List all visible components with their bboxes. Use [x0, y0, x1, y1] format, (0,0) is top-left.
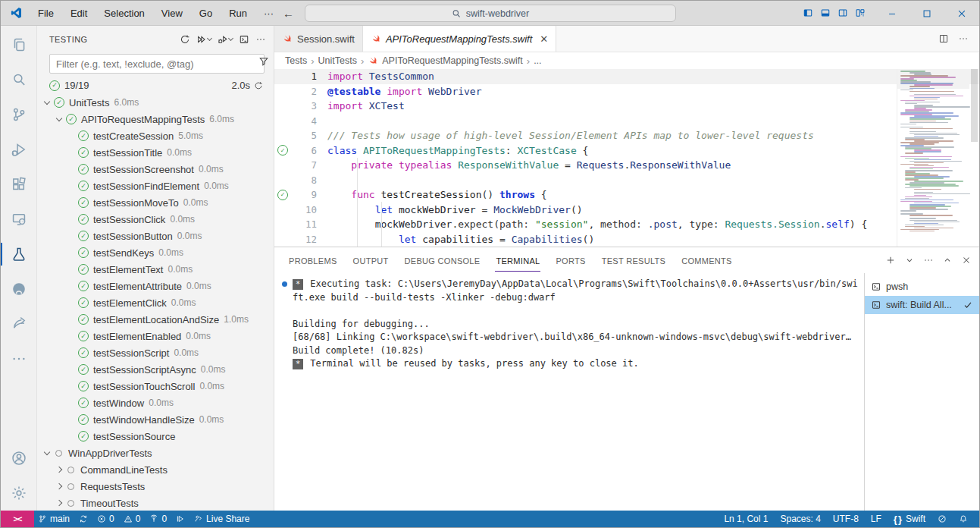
breadcrumb-item[interactable]: Tests [285, 55, 307, 66]
status-error[interactable]: 0 [93, 511, 118, 527]
menu-view[interactable]: View [155, 5, 189, 22]
test-tree-item[interactable]: ✓testElementClick0.0ms [37, 294, 274, 311]
test-tree-item[interactable]: ✓testSessionFindElement0.0ms [37, 178, 274, 194]
test-tree-item[interactable]: ✓UnitTests6.0ms [37, 94, 274, 111]
activity-search[interactable] [1, 62, 36, 97]
activity-testing[interactable] [1, 237, 36, 272]
menu-file[interactable]: File [31, 5, 61, 22]
terminal-list-item[interactable]: swift: Build All... [865, 296, 979, 314]
testing-terminal-view-button[interactable] [237, 33, 251, 46]
status-spaces--4[interactable]: Spaces: 4 [776, 511, 824, 527]
status-utf-8[interactable]: UTF-8 [829, 511, 863, 527]
status-broadcast[interactable]: 0 [146, 511, 171, 527]
panel-tab-problems[interactable]: PROBLEMS [288, 250, 338, 272]
chevron-down-icon[interactable] [904, 255, 915, 266]
tab-apitorequestmappingtests-swift[interactable]: APIToRequestMappingTests.swift✕ [363, 26, 556, 52]
code-line[interactable]: 7 private typealias ResponseWithValue = … [274, 158, 979, 173]
panel-close-icon[interactable] [961, 255, 972, 266]
plus-icon[interactable] [885, 255, 896, 266]
activity-more[interactable] [1, 341, 36, 376]
layout-sidebar-right-icon[interactable] [838, 8, 848, 18]
minimap[interactable] [897, 69, 969, 247]
status-braces[interactable]: {}Swift [890, 511, 929, 527]
panel-tab-test-results[interactable]: TEST RESULTS [601, 250, 667, 272]
breadcrumb-item[interactable]: APIToRequestMappingTests.swift [382, 55, 523, 66]
status-sync[interactable] [75, 511, 92, 527]
tab-close-icon[interactable]: ✕ [540, 33, 548, 45]
test-tree-item[interactable]: ✓testElementLocationAndSize1.0ms [37, 311, 274, 328]
rerun-icon[interactable] [254, 81, 263, 90]
menu-selection[interactable]: Selection [97, 5, 151, 22]
terminal-output[interactable]: * Executing task: C:\Users\JeremyDay\App… [274, 273, 864, 511]
breadcrumb-item[interactable]: ... [534, 55, 541, 66]
breadcrumb-item[interactable]: UnitTests [318, 55, 357, 66]
activity-account[interactable] [1, 441, 36, 476]
status-liveshare-status[interactable]: Live Share [190, 511, 253, 527]
code-line[interactable]: 12 let capabilities = Capabilities() [274, 232, 979, 247]
code-editor[interactable]: 1import TestsCommon2@testable import Web… [274, 69, 979, 247]
menu-[interactable]: ··· [257, 5, 280, 22]
activity-extensions[interactable] [1, 167, 36, 202]
activity-source-control[interactable] [1, 97, 36, 132]
status-branch[interactable]: main [34, 511, 74, 527]
test-tree-item[interactable]: ✓testWindow0.0ms [37, 394, 274, 411]
panel-tab-output[interactable]: OUTPUT [352, 250, 390, 272]
code-line[interactable]: 10 let mockWebDriver = MockWebDriver() [274, 203, 979, 218]
test-tree-item[interactable]: ✓testElementAttribute0.0ms [37, 278, 274, 294]
code-line[interactable]: 8 [274, 173, 979, 188]
code-line[interactable]: ✓6class APIToRequestMappingTests: XCTest… [274, 143, 979, 159]
command-decoration-dot[interactable] [282, 281, 287, 287]
code-line[interactable]: ✓9 func testCreateSession() throws { [274, 187, 979, 203]
filter-icon[interactable] [258, 56, 269, 67]
test-tree-item[interactable]: CommandLineTests [37, 461, 274, 478]
test-tree-item[interactable]: ✓testSessionScreenshot0.0ms [37, 161, 274, 178]
testing-debug-run-button[interactable] [216, 33, 234, 46]
code-line[interactable]: 3import XCTest [274, 99, 979, 114]
activity-github[interactable] [1, 272, 36, 306]
activity-remote-explorer[interactable] [1, 202, 36, 237]
test-tree-item[interactable]: ✓APIToRequestMappingTests6.0ms [37, 111, 274, 127]
test-tree-item[interactable]: ✓testElementEnabled0.0ms [37, 328, 274, 344]
code-line[interactable]: 4 [274, 114, 979, 129]
panel-tab-debug-console[interactable]: DEBUG CONSOLE [404, 250, 481, 272]
menu-edit[interactable]: Edit [64, 5, 94, 22]
chevron-up-icon[interactable] [942, 255, 953, 266]
status-copilot-off[interactable] [934, 511, 950, 527]
activity-run-debug[interactable] [1, 132, 36, 167]
test-tree-item[interactable]: ✓testElementText0.0ms [37, 261, 274, 278]
command-center-search[interactable]: swift-webdriver [305, 5, 676, 22]
code-line[interactable]: 1import TestsCommon [274, 69, 979, 84]
test-tree-item[interactable]: ✓testSessionButton0.0ms [37, 228, 274, 244]
more-icon[interactable] [923, 255, 934, 266]
status-debug[interactable] [172, 511, 189, 527]
split-editor-icon[interactable] [938, 33, 949, 44]
test-tree-item[interactable]: ✓testSessionSource [37, 428, 274, 445]
status-warning[interactable]: 0 [120, 511, 145, 527]
activity-liveshare[interactable] [1, 306, 36, 341]
panel-tab-comments[interactable]: COMMENTS [681, 250, 733, 272]
test-tree-item[interactable]: WinAppDriverTests [37, 445, 274, 461]
window-close-button[interactable] [944, 1, 979, 26]
editor-scrollbar[interactable] [969, 69, 979, 247]
test-tree-item[interactable]: ✓testSessionTitle0.0ms [37, 144, 274, 161]
code-line[interactable]: 5/// Tests how usage of high-level Sessi… [274, 128, 979, 143]
code-line[interactable]: 11 mockWebDriver.expect(path: "session",… [274, 217, 979, 232]
maximize-button[interactable] [910, 1, 944, 26]
test-tree-item[interactable]: ✓testSessionClick0.0ms [37, 211, 274, 228]
test-tree-item[interactable]: ✓testSessionScriptAsync0.0ms [37, 361, 274, 378]
minimize-button[interactable] [875, 1, 910, 26]
testing-refresh-button[interactable] [178, 33, 192, 46]
activity-explorer[interactable] [1, 27, 36, 62]
gutter-test-pass-icon[interactable]: ✓ [274, 145, 291, 156]
panel-tab-terminal[interactable]: TERMINAL [495, 250, 540, 272]
status-bell[interactable] [955, 511, 972, 527]
test-tree-item[interactable]: RequestsTests [37, 478, 274, 495]
test-tree-item[interactable]: ✓testSessionTouchScroll0.0ms [37, 378, 274, 394]
test-tree-item[interactable]: ✓testSendKeys0.0ms [37, 244, 274, 261]
layout-custom-icon[interactable] [855, 8, 866, 18]
test-tree-item[interactable]: ✓testSessionMoveTo0.0ms [37, 194, 274, 211]
menu-go[interactable]: Go [193, 5, 219, 22]
test-tree-item[interactable]: TimeoutTests [37, 495, 274, 511]
test-filter-input[interactable] [49, 54, 265, 74]
terminal-list-item[interactable]: pwsh [865, 278, 979, 296]
